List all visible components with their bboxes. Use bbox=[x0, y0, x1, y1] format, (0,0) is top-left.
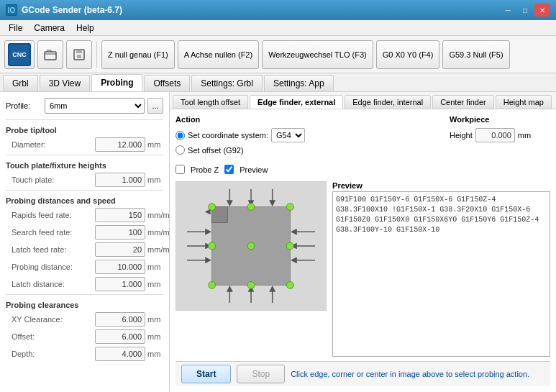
depth-label: Depth: bbox=[6, 350, 95, 358]
workpiece-title: Workpiece bbox=[450, 115, 550, 124]
inner-tab-tool-length[interactable]: Tool length offset bbox=[173, 95, 248, 109]
save-btn[interactable] bbox=[66, 40, 92, 69]
tool-change-btn[interactable]: Werkzeugwechsel TLO (F3) bbox=[262, 40, 373, 69]
rapids-label: Rapids feed rate: bbox=[6, 211, 95, 219]
preview-checkbox[interactable] bbox=[224, 165, 234, 174]
depth-row: Depth: mm bbox=[6, 347, 163, 361]
action-col: Action Set coordinate system: G54 G55 G5… bbox=[176, 115, 441, 158]
svg-rect-0 bbox=[45, 52, 56, 60]
search-input[interactable] bbox=[95, 225, 145, 240]
probing-dist-unit: mm bbox=[147, 263, 163, 271]
height-label: Height bbox=[450, 131, 473, 140]
latch-dist-input[interactable] bbox=[95, 277, 145, 291]
divider-1 bbox=[6, 119, 163, 120]
depth-unit: mm bbox=[147, 350, 163, 358]
inner-tab-edge-external[interactable]: Edge finder, external bbox=[250, 95, 343, 109]
main-tab-bar: Grbl 3D View Probing Offsets Settings: G… bbox=[0, 73, 556, 92]
svg-point-19 bbox=[209, 204, 216, 211]
divider-4 bbox=[6, 294, 163, 295]
latch-dist-row: Latch distance: mm bbox=[6, 277, 163, 291]
left-panel: Profile: 6mm ... Probe tip/tool Diameter… bbox=[0, 92, 170, 392]
svg-point-23 bbox=[247, 204, 255, 211]
tab-offsets[interactable]: Offsets bbox=[144, 75, 190, 91]
diameter-unit: mm bbox=[147, 140, 163, 149]
rapids-input[interactable] bbox=[95, 208, 145, 222]
svg-point-27 bbox=[247, 242, 255, 250]
coord-select[interactable]: G54 G55 G56 bbox=[271, 128, 305, 142]
tab-3dview[interactable]: 3D View bbox=[40, 75, 90, 91]
latch-feed-input[interactable] bbox=[95, 242, 145, 257]
menu-help[interactable]: Help bbox=[70, 22, 100, 35]
xy-clearance-label: XY Clearance: bbox=[6, 315, 95, 324]
svg-rect-3 bbox=[77, 55, 81, 58]
start-button[interactable]: Start bbox=[181, 365, 231, 383]
set-offset-radio[interactable] bbox=[176, 145, 185, 155]
probing-dist-label: Probing distance: bbox=[6, 263, 95, 271]
inner-tab-bar: Tool length offset Edge finder, external… bbox=[170, 92, 556, 109]
a-null-btn[interactable]: A Achse nullen (F2) bbox=[178, 40, 259, 69]
preview-label: Preview bbox=[240, 165, 268, 174]
toolbar: CNC Z null genau (F1) A Achse nullen (F2… bbox=[0, 36, 556, 73]
set-coord-radio[interactable] bbox=[176, 131, 185, 140]
latch-dist-label: Latch distance: bbox=[6, 280, 95, 288]
inner-tab-height-map[interactable]: Height map bbox=[496, 95, 552, 109]
z-null-btn[interactable]: Z null genau (F1) bbox=[101, 40, 175, 69]
profile-label: Profile: bbox=[6, 101, 42, 110]
save-icon bbox=[70, 46, 88, 63]
main-content: Profile: 6mm ... Probe tip/tool Diameter… bbox=[0, 92, 556, 392]
offset-row: Offset: mm bbox=[6, 329, 163, 344]
tab-grbl[interactable]: Grbl bbox=[3, 75, 38, 91]
touch-plate-label: Touch plate: bbox=[6, 176, 95, 184]
profile-select[interactable]: 6mm bbox=[45, 98, 145, 114]
tab-settings-app[interactable]: Settings: App bbox=[264, 75, 334, 91]
inner-tab-center-finder[interactable]: Center finder bbox=[432, 95, 494, 109]
probe-canvas[interactable] bbox=[176, 181, 327, 311]
rapids-row: Rapids feed rate: mm/min bbox=[6, 208, 163, 222]
touch-plate-section: Touch plate/fixture heights bbox=[6, 161, 163, 170]
profile-edit-btn[interactable]: ... bbox=[147, 98, 163, 114]
svg-rect-2 bbox=[76, 50, 82, 53]
g59-btn[interactable]: G59.3 Null (F5) bbox=[442, 40, 509, 69]
clearances-section: Probing clearances bbox=[6, 301, 163, 309]
close-button[interactable]: ✕ bbox=[534, 4, 550, 17]
tab-settings-grbl[interactable]: Settings: Grbl bbox=[191, 75, 263, 91]
probe-diagram[interactable] bbox=[176, 182, 326, 310]
depth-input[interactable] bbox=[95, 347, 145, 361]
inner-tab-edge-internal[interactable]: Edge finder, internal bbox=[345, 95, 431, 109]
maximize-button[interactable]: □ bbox=[517, 4, 533, 17]
offset-input[interactable] bbox=[95, 329, 145, 344]
offset-unit: mm bbox=[147, 332, 163, 341]
latch-feed-row: Latch feed rate: mm/min bbox=[6, 242, 163, 257]
rapids-unit: mm/min bbox=[147, 211, 163, 219]
stop-button[interactable]: Stop bbox=[237, 365, 285, 383]
search-unit: mm/min bbox=[147, 228, 163, 237]
probe-z-checkbox[interactable] bbox=[176, 165, 185, 174]
height-input[interactable] bbox=[475, 128, 515, 142]
search-label: Search feed rate: bbox=[6, 228, 95, 237]
probe-z-label: Probe Z bbox=[191, 165, 219, 174]
menu-bar: File Camera Help bbox=[0, 20, 556, 36]
svg-point-24 bbox=[247, 281, 255, 288]
probing-dist-input[interactable] bbox=[95, 260, 145, 274]
options-row: Action Set coordinate system: G54 G55 G5… bbox=[176, 115, 550, 158]
touch-plate-input[interactable] bbox=[95, 173, 145, 187]
menu-camera[interactable]: Camera bbox=[28, 22, 70, 35]
latch-dist-unit: mm bbox=[147, 280, 163, 288]
touch-plate-row: Touch plate: mm bbox=[6, 173, 163, 187]
xy-clearance-input[interactable] bbox=[95, 312, 145, 327]
diameter-input[interactable] bbox=[95, 137, 145, 152]
touch-plate-unit: mm bbox=[147, 176, 163, 184]
checkbox-row: Probe Z Preview bbox=[176, 165, 550, 174]
minimize-button[interactable]: ─ bbox=[500, 4, 516, 17]
g0-btn[interactable]: G0 X0 Y0 (F4) bbox=[376, 40, 440, 69]
offset-label: Offset: bbox=[6, 332, 95, 341]
open-btn[interactable] bbox=[37, 40, 63, 69]
menu-file[interactable]: File bbox=[3, 22, 28, 35]
preview-code-area[interactable]: G91F100 G1F150Y-6 G1F150X-6 G1F150Z-4 G3… bbox=[332, 191, 550, 357]
set-coord-row: Set coordinate system: G54 G55 G56 bbox=[176, 128, 441, 142]
tab-probing[interactable]: Probing bbox=[91, 74, 142, 91]
probing-dist-row: Probing distance: mm bbox=[6, 260, 163, 274]
search-row: Search feed rate: mm/min bbox=[6, 225, 163, 240]
cnc-icon-btn[interactable]: CNC bbox=[4, 40, 35, 69]
canvas-area: Preview G91F100 G1F150Y-6 G1F150X-6 G1F1… bbox=[176, 181, 550, 357]
